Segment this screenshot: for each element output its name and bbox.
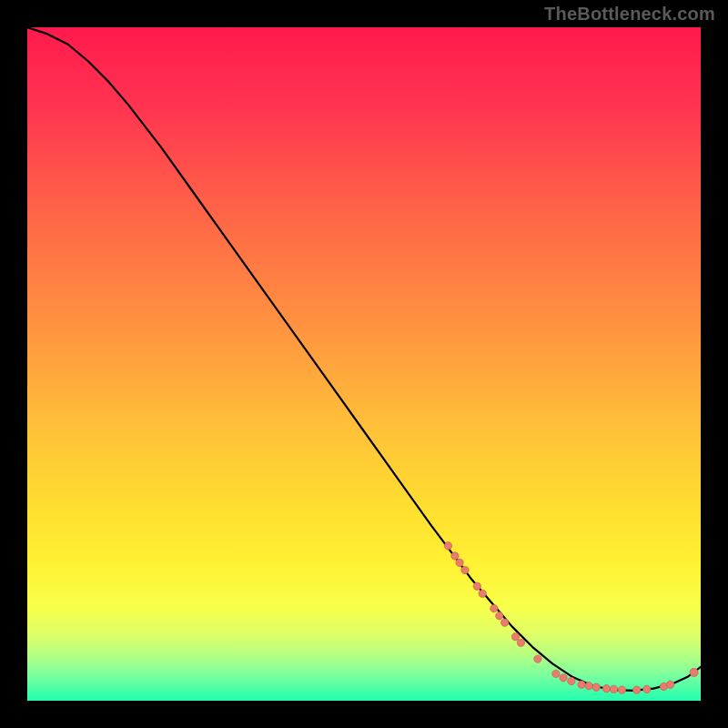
data-point	[534, 655, 541, 662]
data-point	[643, 685, 651, 693]
data-point	[552, 670, 560, 677]
gradient-background	[27, 27, 701, 701]
data-point	[560, 674, 567, 682]
data-point	[456, 559, 463, 566]
data-point	[578, 681, 585, 688]
chart-canvas	[27, 27, 701, 701]
data-point	[618, 686, 625, 693]
data-point	[633, 686, 641, 693]
watermark-text: TheBottleneck.com	[544, 4, 715, 25]
data-point	[473, 582, 480, 590]
data-point	[602, 684, 610, 692]
data-point	[690, 668, 698, 676]
data-point	[610, 685, 617, 693]
data-point	[461, 566, 469, 573]
data-point	[479, 590, 486, 597]
data-point	[660, 682, 667, 690]
data-point	[500, 619, 508, 626]
data-point	[496, 612, 503, 620]
chart-frame: TheBottleneck.com	[0, 0, 728, 728]
data-point	[511, 633, 519, 641]
data-point	[592, 683, 600, 691]
data-point	[667, 681, 674, 688]
data-point	[585, 682, 592, 690]
data-point	[444, 542, 451, 550]
data-point	[490, 604, 498, 612]
data-point	[451, 552, 459, 560]
data-point	[568, 677, 575, 684]
data-point	[517, 639, 524, 646]
